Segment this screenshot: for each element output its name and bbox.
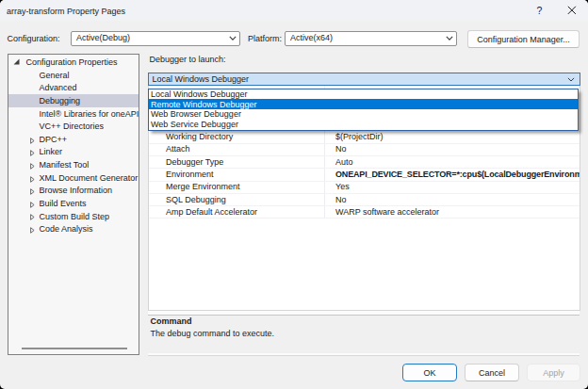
svg-text:?: ?	[537, 5, 543, 16]
